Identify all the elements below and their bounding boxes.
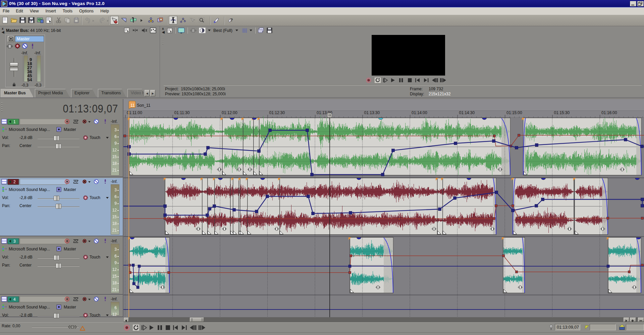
svg-text:3: 3: [13, 239, 16, 244]
svg-text:01:14:30: 01:14:30: [459, 110, 475, 115]
svg-text:-Inf.: -Inf.: [111, 297, 118, 301]
svg-text:-Inf.: -Inf.: [111, 179, 118, 184]
svg-text:01:11:00: 01:11:00: [127, 110, 142, 115]
svg-text:01:12:00: 01:12:00: [222, 110, 237, 115]
svg-text:01:16:00: 01:16:00: [601, 110, 617, 115]
svg-text:2: 2: [13, 180, 16, 184]
svg-text:Son_11: Son_11: [137, 103, 151, 108]
svg-text:01:13:30: 01:13:30: [364, 110, 380, 115]
svg-text:4: 4: [13, 297, 16, 302]
svg-text:01:14:00: 01:14:00: [412, 110, 427, 115]
svg-text:1: 1: [13, 119, 16, 124]
svg-text:01:12:30: 01:12:30: [269, 110, 285, 115]
svg-text:?: ?: [30, 19, 32, 23]
svg-text:?: ?: [230, 18, 233, 22]
svg-text:-Inf.: -Inf.: [111, 239, 118, 243]
svg-text:01:15:30: 01:15:30: [554, 110, 570, 115]
svg-text:11: 11: [130, 103, 135, 108]
svg-text:01:15:00: 01:15:00: [506, 110, 522, 115]
svg-text:01:11:30: 01:11:30: [174, 110, 190, 115]
svg-text:-Inf.: -Inf.: [111, 119, 118, 124]
svg-text:Best (Full): Best (Full): [213, 28, 232, 33]
